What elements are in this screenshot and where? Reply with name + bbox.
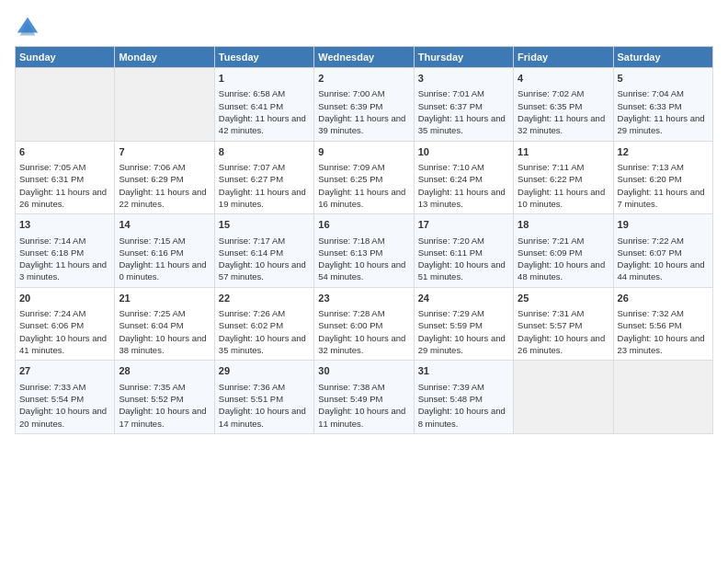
- day-number: 18: [518, 218, 609, 232]
- header-day-sunday: Sunday: [16, 47, 115, 68]
- logo: [15, 15, 44, 40]
- day-number: 8: [219, 145, 310, 159]
- day-number: 23: [318, 292, 409, 305]
- day-number: 12: [618, 145, 709, 159]
- calendar-cell: 12Sunrise: 7:13 AM Sunset: 6:20 PM Dayli…: [613, 141, 712, 214]
- calendar-cell: 3Sunrise: 7:01 AM Sunset: 6:37 PM Daylig…: [414, 68, 513, 142]
- calendar-cell: 16Sunrise: 7:18 AM Sunset: 6:13 PM Dayli…: [314, 214, 414, 288]
- day-info: Sunrise: 7:00 AM Sunset: 6:39 PM Dayligh…: [318, 87, 409, 136]
- logo-icon: [15, 15, 40, 40]
- day-info: Sunrise: 7:02 AM Sunset: 6:35 PM Dayligh…: [518, 87, 609, 136]
- day-number: 2: [318, 72, 409, 86]
- day-info: Sunrise: 7:25 AM Sunset: 6:04 PM Dayligh…: [119, 307, 210, 356]
- calendar-cell: [613, 361, 712, 434]
- calendar-cell: 23Sunrise: 7:28 AM Sunset: 6:00 PM Dayli…: [314, 287, 414, 361]
- day-number: 19: [618, 218, 709, 232]
- day-number: 29: [219, 364, 310, 378]
- day-info: Sunrise: 7:39 AM Sunset: 5:48 PM Dayligh…: [418, 381, 509, 430]
- day-info: Sunrise: 7:32 AM Sunset: 5:56 PM Dayligh…: [618, 307, 709, 356]
- day-info: Sunrise: 7:28 AM Sunset: 6:00 PM Dayligh…: [318, 307, 409, 356]
- week-row-2: 6Sunrise: 7:05 AM Sunset: 6:31 PM Daylig…: [16, 141, 713, 214]
- day-number: 15: [219, 218, 310, 232]
- day-number: 16: [318, 218, 409, 232]
- day-info: Sunrise: 7:36 AM Sunset: 5:51 PM Dayligh…: [219, 381, 310, 430]
- calendar-cell: 8Sunrise: 7:07 AM Sunset: 6:27 PM Daylig…: [214, 141, 313, 214]
- day-info: Sunrise: 7:38 AM Sunset: 5:49 PM Dayligh…: [318, 381, 409, 430]
- calendar-cell: 1Sunrise: 6:58 AM Sunset: 6:41 PM Daylig…: [214, 68, 313, 142]
- day-number: 11: [518, 145, 609, 159]
- day-info: Sunrise: 7:22 AM Sunset: 6:07 PM Dayligh…: [618, 235, 709, 283]
- day-info: Sunrise: 7:06 AM Sunset: 6:29 PM Dayligh…: [119, 161, 210, 210]
- day-info: Sunrise: 7:35 AM Sunset: 5:52 PM Dayligh…: [119, 381, 210, 430]
- day-info: Sunrise: 7:26 AM Sunset: 6:02 PM Dayligh…: [219, 307, 310, 356]
- calendar-cell: 19Sunrise: 7:22 AM Sunset: 6:07 PM Dayli…: [613, 214, 712, 288]
- calendar-cell: 7Sunrise: 7:06 AM Sunset: 6:29 PM Daylig…: [115, 141, 214, 214]
- header: [15, 15, 713, 40]
- calendar-cell: 27Sunrise: 7:33 AM Sunset: 5:54 PM Dayli…: [16, 361, 115, 434]
- calendar-cell: [115, 68, 214, 142]
- calendar-cell: 13Sunrise: 7:14 AM Sunset: 6:18 PM Dayli…: [16, 214, 115, 288]
- day-info: Sunrise: 7:18 AM Sunset: 6:13 PM Dayligh…: [318, 235, 409, 283]
- header-day-friday: Friday: [514, 47, 613, 68]
- day-number: 9: [318, 145, 409, 159]
- day-number: 25: [518, 292, 609, 305]
- calendar-cell: 6Sunrise: 7:05 AM Sunset: 6:31 PM Daylig…: [16, 141, 115, 214]
- day-number: 3: [418, 72, 509, 86]
- day-info: Sunrise: 7:11 AM Sunset: 6:22 PM Dayligh…: [518, 161, 609, 210]
- calendar-cell: 9Sunrise: 7:09 AM Sunset: 6:25 PM Daylig…: [314, 141, 414, 214]
- day-info: Sunrise: 7:29 AM Sunset: 5:59 PM Dayligh…: [418, 307, 509, 356]
- day-number: 14: [119, 218, 210, 232]
- day-info: Sunrise: 7:09 AM Sunset: 6:25 PM Dayligh…: [318, 161, 409, 210]
- day-info: Sunrise: 7:21 AM Sunset: 6:09 PM Dayligh…: [518, 235, 609, 283]
- calendar-cell: 28Sunrise: 7:35 AM Sunset: 5:52 PM Dayli…: [115, 361, 214, 434]
- calendar-cell: 25Sunrise: 7:31 AM Sunset: 5:57 PM Dayli…: [514, 287, 613, 361]
- day-info: Sunrise: 7:24 AM Sunset: 6:06 PM Dayligh…: [19, 307, 110, 356]
- header-day-tuesday: Tuesday: [214, 47, 313, 68]
- day-info: Sunrise: 7:01 AM Sunset: 6:37 PM Dayligh…: [418, 87, 509, 136]
- week-row-5: 27Sunrise: 7:33 AM Sunset: 5:54 PM Dayli…: [16, 361, 713, 434]
- day-number: 4: [518, 72, 609, 86]
- day-info: Sunrise: 7:07 AM Sunset: 6:27 PM Dayligh…: [219, 161, 310, 210]
- day-number: 7: [119, 145, 210, 159]
- day-number: 5: [618, 72, 709, 86]
- calendar-cell: 17Sunrise: 7:20 AM Sunset: 6:11 PM Dayli…: [414, 214, 513, 288]
- calendar-cell: 11Sunrise: 7:11 AM Sunset: 6:22 PM Dayli…: [514, 141, 613, 214]
- day-number: 1: [219, 72, 310, 86]
- day-info: Sunrise: 7:13 AM Sunset: 6:20 PM Dayligh…: [618, 161, 709, 210]
- day-info: Sunrise: 7:33 AM Sunset: 5:54 PM Dayligh…: [19, 381, 110, 430]
- day-number: 28: [119, 364, 210, 378]
- header-day-wednesday: Wednesday: [314, 47, 414, 68]
- day-info: Sunrise: 6:58 AM Sunset: 6:41 PM Dayligh…: [219, 87, 310, 136]
- header-day-monday: Monday: [115, 47, 214, 68]
- week-row-4: 20Sunrise: 7:24 AM Sunset: 6:06 PM Dayli…: [16, 287, 713, 361]
- day-info: Sunrise: 7:15 AM Sunset: 6:16 PM Dayligh…: [119, 235, 210, 283]
- day-info: Sunrise: 7:04 AM Sunset: 6:33 PM Dayligh…: [618, 87, 709, 136]
- day-info: Sunrise: 7:20 AM Sunset: 6:11 PM Dayligh…: [418, 235, 509, 283]
- day-info: Sunrise: 7:14 AM Sunset: 6:18 PM Dayligh…: [19, 235, 110, 283]
- day-number: 30: [318, 364, 409, 378]
- header-day-thursday: Thursday: [414, 47, 513, 68]
- calendar-cell: [514, 361, 613, 434]
- week-row-3: 13Sunrise: 7:14 AM Sunset: 6:18 PM Dayli…: [16, 214, 713, 288]
- day-number: 10: [418, 145, 509, 159]
- calendar-header-row: SundayMondayTuesdayWednesdayThursdayFrid…: [16, 47, 713, 68]
- day-info: Sunrise: 7:05 AM Sunset: 6:31 PM Dayligh…: [19, 161, 110, 210]
- calendar-cell: 15Sunrise: 7:17 AM Sunset: 6:14 PM Dayli…: [214, 214, 313, 288]
- day-number: 27: [19, 364, 110, 378]
- calendar-cell: 30Sunrise: 7:38 AM Sunset: 5:49 PM Dayli…: [314, 361, 414, 434]
- calendar-cell: 18Sunrise: 7:21 AM Sunset: 6:09 PM Dayli…: [514, 214, 613, 288]
- day-number: 13: [19, 218, 110, 232]
- calendar-cell: 31Sunrise: 7:39 AM Sunset: 5:48 PM Dayli…: [414, 361, 513, 434]
- calendar-cell: 20Sunrise: 7:24 AM Sunset: 6:06 PM Dayli…: [16, 287, 115, 361]
- calendar-cell: 22Sunrise: 7:26 AM Sunset: 6:02 PM Dayli…: [214, 287, 313, 361]
- calendar-table: SundayMondayTuesdayWednesdayThursdayFrid…: [15, 46, 713, 434]
- day-info: Sunrise: 7:17 AM Sunset: 6:14 PM Dayligh…: [219, 235, 310, 283]
- day-number: 20: [19, 292, 110, 305]
- week-row-1: 1Sunrise: 6:58 AM Sunset: 6:41 PM Daylig…: [16, 68, 713, 142]
- day-number: 24: [418, 292, 509, 305]
- calendar-cell: 26Sunrise: 7:32 AM Sunset: 5:56 PM Dayli…: [613, 287, 712, 361]
- calendar-cell: 24Sunrise: 7:29 AM Sunset: 5:59 PM Dayli…: [414, 287, 513, 361]
- calendar-cell: 29Sunrise: 7:36 AM Sunset: 5:51 PM Dayli…: [214, 361, 313, 434]
- day-number: 21: [119, 292, 210, 305]
- day-number: 31: [418, 364, 509, 378]
